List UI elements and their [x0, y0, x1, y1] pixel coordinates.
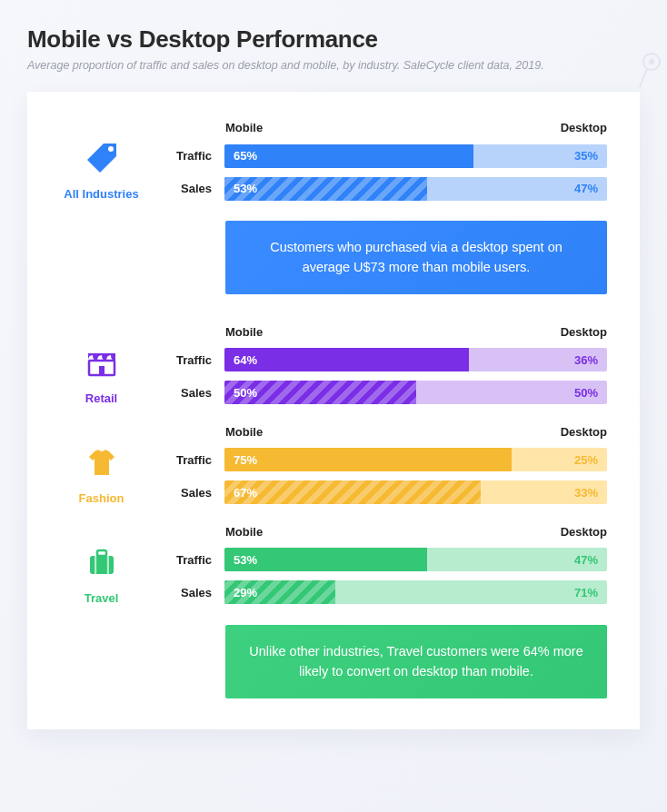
- legend-row: Mobile Desktop: [225, 425, 607, 439]
- legend-mobile: Mobile: [225, 325, 561, 339]
- svg-rect-9: [106, 556, 108, 574]
- bar-row-sales: Sales 29% 71%: [154, 580, 607, 604]
- industry-icon-col-retail: Retail: [49, 344, 154, 405]
- legend-desktop: Desktop: [561, 425, 607, 439]
- bar-desktop-label-sales: 71%: [574, 580, 598, 604]
- legend-desktop: Desktop: [561, 121, 607, 134]
- bar-track: 53% 47%: [224, 177, 607, 201]
- bar-row-sales: Sales 67% 33%: [154, 480, 607, 504]
- svg-rect-5: [99, 366, 105, 375]
- industry-section-fashion: Fashion Traffic 75% 25% Sales 67% 33%: [49, 444, 607, 505]
- note-all: Customers who purchased via a desktop sp…: [225, 221, 607, 294]
- svg-rect-6: [90, 556, 114, 574]
- legend-desktop: Desktop: [561, 525, 607, 539]
- bar-desktop-label-sales: 50%: [574, 381, 598, 404]
- bar-row-traffic: Traffic 75% 25%: [154, 448, 607, 471]
- bar-desktop-label-traffic: 35%: [574, 144, 598, 168]
- bar-mobile-traffic: 64%: [224, 348, 469, 371]
- bar-row-sales: Sales 53% 47%: [154, 177, 607, 201]
- svg-rect-8: [95, 556, 96, 574]
- industry-section-retail: Retail Traffic 64% 36% Sales 50% 50%: [49, 344, 607, 405]
- bar-mobile-sales: 67%: [224, 480, 481, 504]
- bar-desktop-label-traffic: 36%: [574, 348, 598, 371]
- bar-desktop-label-traffic: 25%: [574, 448, 598, 471]
- svg-point-3: [108, 146, 114, 152]
- chart-card: Mobile Desktop All Industries Traffic 65…: [27, 92, 640, 729]
- row-label-sales: Sales: [154, 386, 224, 400]
- svg-point-1: [649, 59, 654, 64]
- legend-mobile: Mobile: [225, 525, 561, 539]
- row-label-sales: Sales: [154, 182, 224, 195]
- bar-row-traffic: Traffic 53% 47%: [154, 548, 607, 571]
- industry-section-all: All Industries Traffic 65% 35% Sales 53%…: [49, 140, 607, 201]
- industry-icon-col-travel: Travel: [49, 544, 154, 605]
- industry-label-retail: Retail: [49, 391, 154, 405]
- legend-mobile: Mobile: [225, 121, 561, 134]
- bar-desktop-label-sales: 33%: [574, 480, 598, 504]
- fashion-icon: [49, 444, 154, 484]
- note-travel: Unlike other industries, Travel customer…: [225, 625, 607, 698]
- bar-mobile-traffic: 53%: [224, 548, 427, 571]
- decorative-magnifier-icon: [636, 53, 663, 94]
- bar-row-traffic: Traffic 65% 35%: [154, 144, 607, 168]
- legend-desktop: Desktop: [561, 325, 607, 339]
- all-icon: [49, 140, 154, 180]
- row-label-traffic: Traffic: [154, 353, 224, 367]
- bar-track: 65% 35%: [224, 144, 607, 168]
- bar-mobile-traffic: 75%: [224, 448, 512, 471]
- bars-col: Traffic 65% 35% Sales 53% 47%: [154, 141, 607, 201]
- bar-desktop-label-traffic: 47%: [574, 548, 598, 571]
- row-label-traffic: Traffic: [154, 149, 224, 163]
- row-label-traffic: Traffic: [154, 553, 224, 567]
- bar-row-traffic: Traffic 64% 36%: [154, 348, 607, 371]
- bar-mobile-sales: 50%: [224, 381, 416, 404]
- industry-icon-col-fashion: Fashion: [49, 444, 154, 505]
- bar-track: 29% 71%: [224, 580, 607, 604]
- bar-track: 67% 33%: [224, 480, 607, 504]
- page-subtitle: Average proportion of traffic and sales …: [27, 59, 640, 72]
- bar-row-sales: Sales 50% 50%: [154, 381, 607, 404]
- industry-label-all: All Industries: [49, 187, 154, 201]
- industry-label-fashion: Fashion: [49, 491, 154, 505]
- bar-mobile-traffic: 65%: [224, 144, 473, 168]
- legend-row: Mobile Desktop: [225, 121, 607, 134]
- bar-mobile-sales: 53%: [224, 177, 427, 201]
- svg-rect-7: [97, 550, 106, 556]
- row-label-traffic: Traffic: [154, 453, 224, 467]
- travel-icon: [49, 544, 154, 584]
- svg-line-2: [640, 69, 647, 87]
- retail-icon: [49, 344, 154, 384]
- legend-row: Mobile Desktop: [225, 525, 607, 539]
- industry-icon-col-all: All Industries: [49, 140, 154, 201]
- bar-track: 53% 47%: [224, 548, 607, 571]
- bars-col: Traffic 75% 25% Sales 67% 33%: [154, 444, 607, 504]
- legend-row: Mobile Desktop: [225, 325, 607, 339]
- industry-label-travel: Travel: [49, 591, 154, 605]
- bar-track: 75% 25%: [224, 448, 607, 471]
- bars-col: Traffic 53% 47% Sales 29% 71%: [154, 544, 607, 604]
- bar-track: 64% 36%: [224, 348, 607, 371]
- row-label-sales: Sales: [154, 586, 224, 599]
- row-label-sales: Sales: [154, 486, 224, 500]
- legend-mobile: Mobile: [225, 425, 561, 439]
- page-title: Mobile vs Desktop Performance: [27, 25, 640, 54]
- bar-track: 50% 50%: [224, 381, 607, 404]
- bar-desktop-label-sales: 47%: [574, 177, 598, 201]
- industry-section-travel: Travel Traffic 53% 47% Sales 29% 71%: [49, 544, 607, 605]
- bars-col: Traffic 64% 36% Sales 50% 50%: [154, 344, 607, 404]
- bar-mobile-sales: 29%: [224, 580, 335, 604]
